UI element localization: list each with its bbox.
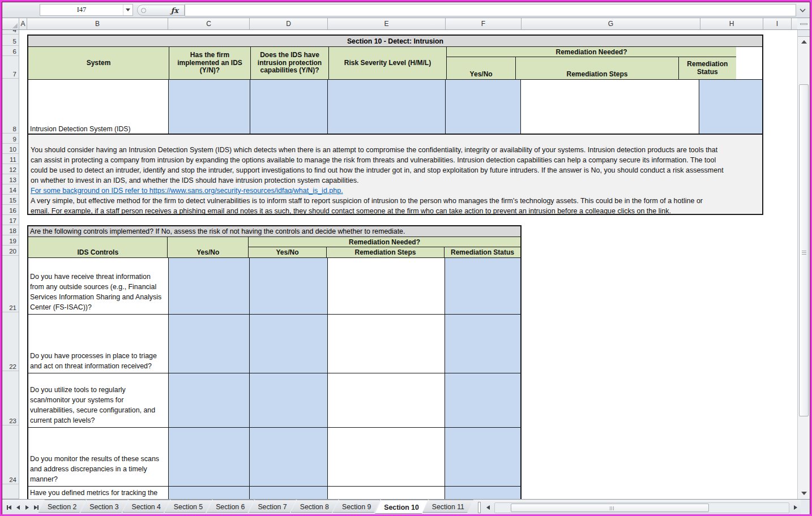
input-ids-implemented[interactable]	[169, 80, 250, 135]
row-header[interactable]: 20	[2, 246, 19, 256]
section-title-band: Section 10 - Detect: Intrusion	[28, 36, 762, 47]
row-header[interactable]: 13	[2, 174, 19, 184]
input-control-rem-yes-no[interactable]	[250, 487, 327, 499]
scroll-down-icon[interactable]	[798, 488, 810, 498]
sans-ids-link[interactable]: For some background on IDS refer to http…	[31, 186, 762, 196]
input-risk-severity[interactable]	[328, 80, 445, 135]
row-header[interactable]: 9	[2, 134, 19, 144]
input-control-rem-status[interactable]	[445, 258, 520, 314]
tab-section-10[interactable]: Section 10	[375, 500, 428, 514]
row-header[interactable]	[2, 484, 19, 499]
tab-section-11[interactable]: Section 11	[423, 500, 473, 513]
input-control-rem-steps[interactable]	[328, 258, 445, 314]
prev-sheet-icon[interactable]	[14, 503, 22, 512]
formula-expand-icon[interactable]	[796, 4, 809, 16]
ids-guidance-note: You should consider having an Intrusion …	[27, 134, 763, 215]
column-header-g[interactable]: G	[522, 18, 700, 30]
input-control-rem-status[interactable]	[445, 315, 520, 373]
row-header[interactable]: 22	[2, 312, 19, 371]
input-control-rem-status[interactable]	[445, 428, 520, 486]
input-control-rem-steps[interactable]	[328, 487, 445, 499]
input-control-rem-steps[interactable]	[328, 315, 445, 373]
next-sheet-icon[interactable]	[23, 503, 31, 512]
row-header[interactable]: 10	[2, 144, 19, 154]
row-header[interactable]: 4	[2, 30, 19, 35]
input-control-rem-yes-no[interactable]	[250, 258, 327, 314]
column-header-i[interactable]: I	[763, 18, 792, 30]
fx-icon[interactable]: ƒx	[171, 6, 178, 15]
ids-controls-table: Are the following controls implemented? …	[27, 225, 522, 499]
hscroll-thumb[interactable]	[511, 504, 709, 512]
scroll-up-icon[interactable]	[798, 37, 810, 46]
row-header[interactable]: 17	[2, 215, 19, 225]
input-remediation-yes-no[interactable]	[446, 80, 522, 135]
input-control-yes-no[interactable]	[169, 428, 250, 486]
header-system: System	[28, 47, 169, 79]
last-sheet-icon[interactable]	[32, 503, 40, 512]
input-control-yes-no[interactable]	[169, 258, 250, 314]
vertical-scrollbar[interactable]	[797, 30, 810, 499]
input-ids-protection[interactable]	[250, 80, 328, 135]
input-control-rem-yes-no[interactable]	[250, 373, 327, 427]
row-header[interactable]: 24	[2, 425, 19, 484]
resize-grip[interactable]	[801, 500, 810, 515]
row-header[interactable]: 18	[2, 225, 19, 235]
input-control-rem-yes-no[interactable]	[250, 428, 327, 486]
input-control-rem-yes-no[interactable]	[250, 315, 327, 373]
tab-section-4[interactable]: Section 4	[123, 500, 170, 513]
select-all-corner[interactable]	[2, 18, 19, 30]
tab-section-3[interactable]: Section 3	[80, 500, 127, 513]
sheet-tabs: Section 2 Section 3 Section 4 Section 5 …	[44, 500, 473, 515]
column-header-d[interactable]: D	[250, 18, 328, 30]
column-header-e[interactable]: E	[328, 18, 446, 30]
input-control-rem-steps[interactable]	[328, 373, 445, 427]
header-controls-remediation-group: Remediation Needed? Yes/No Remediation S…	[249, 237, 520, 257]
name-box[interactable]: I47	[40, 4, 133, 16]
row-header[interactable]: 23	[2, 371, 19, 425]
row-header[interactable]: 6	[2, 46, 19, 56]
row-header[interactable]: 8	[2, 79, 19, 134]
vscroll-split-handle[interactable]	[798, 30, 810, 37]
column-header-c[interactable]: C	[168, 18, 250, 30]
header-ids-implemented: Has the firm implemented an IDS (Y/N)?	[169, 47, 251, 79]
tab-section-8[interactable]: Section 8	[291, 500, 338, 513]
header-yes-no: Yes/No	[447, 57, 516, 79]
tab-section-7[interactable]: Section 7	[249, 500, 296, 513]
input-remediation-status[interactable]	[699, 80, 762, 135]
row-header[interactable]: 11	[2, 154, 19, 164]
column-header-b[interactable]: B	[27, 18, 168, 30]
header-rem-steps: Remediation Steps	[327, 247, 445, 257]
row-header[interactable]: 14	[2, 184, 19, 195]
column-header-h[interactable]: H	[700, 18, 763, 30]
tab-section-2[interactable]: Section 2	[39, 500, 86, 513]
hscroll-left-icon[interactable]	[483, 503, 493, 513]
tab-splitter[interactable]	[478, 502, 481, 513]
column-header-a[interactable]: A	[19, 18, 27, 30]
horizontal-scrollbar[interactable]	[494, 502, 789, 513]
tab-section-9[interactable]: Section 9	[333, 500, 380, 513]
row-header[interactable]: 15	[2, 195, 19, 205]
input-control-rem-status[interactable]	[445, 373, 520, 427]
input-control-yes-no[interactable]	[169, 315, 250, 373]
row-header[interactable]: 12	[2, 164, 19, 174]
input-control-yes-no[interactable]	[169, 487, 250, 499]
first-sheet-icon[interactable]	[5, 503, 13, 512]
hscroll-right-icon[interactable]	[790, 503, 801, 513]
row-header[interactable]: 21	[2, 256, 19, 312]
tab-section-5[interactable]: Section 5	[165, 500, 212, 513]
vscroll-thumb[interactable]	[799, 84, 809, 416]
input-control-rem-steps[interactable]	[328, 428, 445, 486]
cell-reference: I47	[40, 6, 123, 14]
name-box-dropdown-icon[interactable]	[123, 5, 133, 15]
column-header-f[interactable]: F	[446, 18, 522, 30]
row-header[interactable]: 7	[2, 56, 19, 79]
row-header[interactable]: 5	[2, 35, 19, 46]
formula-input[interactable]	[185, 4, 796, 16]
tab-section-6[interactable]: Section 6	[207, 500, 254, 513]
row-header[interactable]: 16	[2, 205, 19, 215]
scrollbar-split-handle[interactable]	[797, 18, 810, 30]
input-control-rem-status[interactable]	[445, 487, 520, 499]
input-remediation-steps[interactable]	[521, 80, 699, 135]
row-header[interactable]: 19	[2, 235, 19, 246]
input-control-yes-no[interactable]	[169, 373, 250, 427]
